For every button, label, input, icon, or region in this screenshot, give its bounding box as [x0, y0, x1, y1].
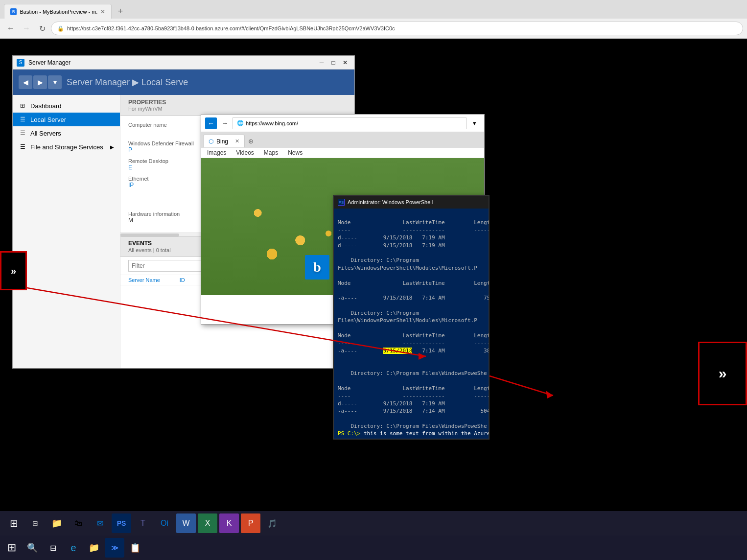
taskbar2-icon-word[interactable]: W [176, 513, 196, 533]
taskbar2-icon-ps[interactable]: PS [112, 513, 131, 533]
bing-url-icon: 🌐 [237, 120, 244, 126]
sidebar-item-dashboard[interactable]: ⊞ Dashboard [13, 99, 120, 113]
taskbar2-icon-bag[interactable]: 🛍 [69, 513, 88, 533]
right-indicator-arrows: » [719, 365, 727, 382]
browser-tab-bar: B Bastion - MyBastionPreview - m... ✕ + [0, 0, 747, 19]
sm-sidebar: ⊞ Dashboard ☰ Local Server ☰ All Servers… [13, 95, 120, 368]
taskbar-search-button[interactable]: 🔍 [23, 538, 42, 558]
server-manager-window-title: Server Manager [28, 59, 312, 66]
breadcrumb-page: Local Serve [141, 77, 188, 87]
taskbar-explorer-button[interactable]: 📁 [84, 538, 104, 558]
ps-line-11: -a---- 9/15/2018 7:14 AM 75 [338, 295, 489, 301]
taskbar2-icon-outlook[interactable]: Oi [155, 513, 174, 533]
scrollbar-thumb[interactable] [120, 233, 179, 236]
taskbar: ⊞ 🔍 ⊟ e 📁 ≫ 📋 [0, 536, 747, 560]
ps-line-15 [338, 325, 341, 331]
taskbar-start-button[interactable]: ⊞ [2, 538, 22, 558]
server-manager-header: ◀ ▶ ▾ Server Manager ▶ Local Serve [13, 70, 354, 95]
breadcrumb-arrow: ▶ [132, 77, 141, 87]
taskbar2-icon-3[interactable]: 📁 [47, 513, 67, 533]
left-indicator-arrows: » [11, 265, 16, 277]
breadcrumb-root: Server Manager [67, 77, 130, 87]
taskbar2-icon-teams[interactable]: T [133, 513, 153, 533]
taskbar2-icon-powerpoint[interactable]: P [241, 513, 260, 533]
ps-line-8 [338, 272, 341, 279]
bing-menu-news[interactable]: News [288, 149, 303, 156]
sidebar-item-all-servers[interactable]: ☰ All Servers [13, 126, 120, 140]
bing-tab-close[interactable]: ✕ [235, 138, 239, 144]
tab-close-button[interactable]: ✕ [100, 8, 105, 15]
taskbar-ps-button[interactable]: ≫ [105, 538, 124, 558]
expand-arrow-icon: ▶ [110, 144, 114, 150]
taskbar2-icon-k[interactable]: K [219, 513, 239, 533]
secondary-taskbar: ⊞ ⊟ 📁 🛍 ✉ PS T Oi W X K P 🎵 [0, 511, 747, 536]
back-button[interactable]: ← [4, 22, 18, 35]
bing-forward-button[interactable]: → [219, 117, 231, 129]
explorer-icon: 📁 [89, 542, 99, 553]
sm-back-button[interactable]: ◀ [19, 75, 32, 89]
events-title: EVENTS [128, 240, 152, 247]
forward-button[interactable]: → [20, 22, 33, 35]
bing-back-button[interactable]: ← [205, 117, 217, 129]
bing-settings-button[interactable]: ▾ [468, 117, 480, 129]
taskbar2-icon-mail[interactable]: ✉ [90, 513, 110, 533]
taskbar2-windows-button[interactable]: ⊞ [4, 513, 23, 533]
sm-forward-button[interactable]: ▶ [33, 75, 47, 89]
taskbar-task-view[interactable]: ⊟ [43, 538, 63, 558]
minimize-button[interactable]: ─ [316, 58, 327, 68]
vm-screen: S Server Manager ─ □ ✕ ◀ ▶ ▾ Server Mana… [0, 38, 747, 560]
ps-line-20: Directory: C:\Program Files\WindowsPoweS… [338, 370, 487, 376]
ps-content[interactable]: Mode LastWriteTime Lengt ---- ----------… [334, 209, 489, 439]
ps-window-title: Administrator: Windows PowerShell [348, 199, 433, 205]
ps-line-14: Files\WindowsPowerShell\Modules\Microsof… [338, 317, 477, 324]
bing-menu-bar: Images Videos Maps News [201, 148, 484, 158]
sidebar-item-all-servers-label: All Servers [30, 130, 61, 137]
bing-tab[interactable]: ⬡ Bing ✕ [203, 135, 245, 147]
ps-line-1: Mode LastWriteTime Lengt [338, 219, 489, 226]
bing-url-text: https://www.bing.com/ [246, 120, 298, 126]
bing-nav-bar: ← → 🌐 https://www.bing.com/ ▾ [201, 115, 484, 132]
bing-address-bar[interactable]: 🌐 https://www.bing.com/ [233, 117, 467, 129]
left-panel-indicator[interactable]: » [0, 251, 27, 290]
sidebar-item-file-storage[interactable]: ☰ File and Storage Services ▶ [13, 140, 120, 154]
windows-logo: ⊞ [7, 541, 16, 554]
sidebar-item-local-server[interactable]: ☰ Local Server [13, 113, 120, 126]
bing-menu-videos[interactable]: Videos [236, 149, 254, 156]
bing-tab-label: Bing [216, 138, 228, 145]
svg-line-2 [490, 376, 553, 396]
col-server-name[interactable]: Server Name [128, 277, 160, 283]
browser-tab-active[interactable]: B Bastion - MyBastionPreview - m... ✕ [4, 4, 112, 19]
taskbar2-icon-2[interactable]: ⊟ [25, 513, 45, 533]
maximize-button[interactable]: □ [328, 58, 339, 68]
new-tab-button[interactable]: + [114, 4, 127, 18]
bing-menu-maps[interactable]: Maps [264, 149, 278, 156]
ps-line-4: d----- 9/15/2018 7:19 AM [338, 242, 445, 249]
sidebar-item-file-storage-label: File and Storage Services [30, 143, 103, 151]
breadcrumb: Server Manager ▶ Local Serve [67, 77, 188, 88]
events-subtitle: All events | 0 total [128, 247, 171, 253]
right-panel-indicator[interactable]: » [698, 342, 747, 405]
close-button[interactable]: ✕ [340, 58, 350, 68]
refresh-button[interactable]: ↻ [35, 22, 49, 35]
ps-icon: PS [338, 199, 345, 206]
address-bar[interactable]: 🔒 https://bst-c3e7cf82-f361-42cc-a780-5b… [51, 22, 743, 35]
browser-chrome: B Bastion - MyBastionPreview - m... ✕ + … [0, 0, 747, 39]
taskbar-notes-button[interactable]: 📋 [125, 538, 145, 558]
ps-line-18: -a---- 9/15/2018 7:14 AM 38 [338, 347, 485, 354]
taskbar2-icon-music[interactable]: 🎵 [262, 513, 282, 533]
ps-line-12 [338, 303, 341, 309]
ps-line-3: d----- 9/15/2018 7:19 AM [338, 234, 445, 241]
ps-line-10: ---- ------------- ----- [338, 287, 489, 294]
bing-new-tab[interactable]: ⊕ [245, 135, 257, 147]
taskbar2-icon-excel[interactable]: X [198, 513, 217, 533]
bing-menu-images[interactable]: Images [207, 149, 226, 156]
ps-line-17: ---- ------------- ----- [338, 340, 489, 347]
taskbar-ie-button[interactable]: e [64, 538, 83, 558]
ps-line-23: ---- ------------- ----- [338, 393, 489, 399]
window-controls: ─ □ ✕ [316, 58, 350, 68]
url-text: https://bst-c3e7cf82-f361-42cc-a780-5ba9… [67, 25, 395, 31]
sm-dropdown-button[interactable]: ▾ [48, 75, 62, 89]
sidebar-item-local-server-label: Local Server [30, 116, 66, 123]
col-id[interactable]: ID [180, 277, 185, 283]
all-servers-icon: ☰ [19, 129, 26, 137]
